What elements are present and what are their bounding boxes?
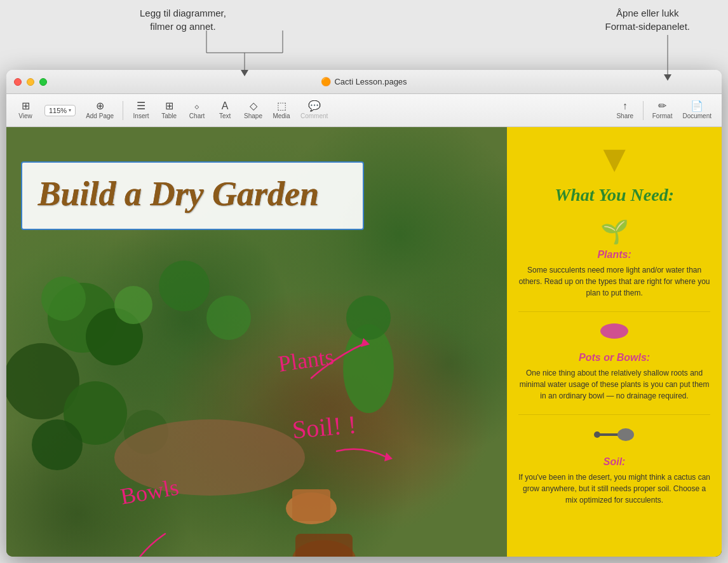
panel-section-plants: 🌱 Plants: Some succulents need more ligh… <box>518 219 710 299</box>
insert-button[interactable]: ☰ Insert <box>127 98 155 122</box>
annotation-right-line1: Åpne eller lukk <box>616 8 678 18</box>
add-page-button[interactable]: ⊕ Add Page <box>81 98 119 122</box>
panel-section-bowls: Pots or Bowls: One nice thing about the … <box>518 322 710 402</box>
plants-body: Some succulents need more light and/or w… <box>518 264 710 299</box>
titlebar: 🟠 Cacti Lesson.pages <box>6 70 722 94</box>
title-text: Build a Dry Garden <box>38 175 347 213</box>
format-label: Format <box>652 112 673 119</box>
soil-body: If you've been in the desert, you might … <box>518 471 710 506</box>
file-icon: 🟠 <box>321 77 331 86</box>
share-icon: ↑ <box>623 101 628 111</box>
chart-label: Chart <box>189 112 205 119</box>
panel-arrow-icon: ▼ <box>518 140 710 178</box>
soil-title: Soil: <box>518 456 710 468</box>
zoom-value: 115% <box>49 107 67 114</box>
insert-icon: ☰ <box>137 101 145 111</box>
annotation-left: Legg til diagrammer, filmer og annet. <box>140 6 226 33</box>
document-icon: 📄 <box>691 101 703 111</box>
text-button[interactable]: A Text <box>211 98 239 122</box>
plants-title: Plants: <box>518 249 710 261</box>
view-icon: ⊞ <box>22 101 30 111</box>
document-canvas: Build a Dry Garden Plants Soil! Bowls <box>6 127 722 557</box>
annotation-left-line1: Legg til diagrammer, <box>140 8 226 18</box>
close-button[interactable] <box>14 78 22 86</box>
maximize-button[interactable] <box>39 78 47 86</box>
zoom-chevron-icon: ▾ <box>69 107 71 113</box>
add-page-label: Add Page <box>86 112 114 119</box>
panel-section-soil: Soil: If you've been in the desert, you … <box>518 424 710 506</box>
title-label: Cacti Lesson.pages <box>334 77 407 86</box>
info-panel: ▼ What You Need: 🌱 Plants: Some succulen… <box>507 127 722 557</box>
comment-label: Comment <box>300 112 328 119</box>
shape-label: Shape <box>244 112 262 119</box>
document-button[interactable]: 📄 Document <box>677 98 717 122</box>
shape-button[interactable]: ◇ Shape <box>239 98 267 122</box>
bowls-title: Pots or Bowls: <box>518 352 710 363</box>
toolbar-sep-1 <box>123 101 123 120</box>
media-button[interactable]: ⬚ Media <box>267 98 295 122</box>
share-button[interactable]: ↑ Share <box>611 98 639 122</box>
plant-icon: 🌱 <box>518 219 710 245</box>
title-card[interactable]: Build a Dry Garden <box>21 161 364 230</box>
traffic-lights <box>14 78 47 86</box>
media-icon: ⬚ <box>277 101 286 111</box>
window-title: 🟠 Cacti Lesson.pages <box>321 77 407 86</box>
svg-point-29 <box>617 428 634 441</box>
zoom-control[interactable]: 115% ▾ <box>39 102 81 119</box>
toolbar-sep-2 <box>643 101 644 120</box>
format-icon: ✏ <box>658 101 666 111</box>
shovel-icon <box>518 424 710 452</box>
shape-icon: ◇ <box>250 101 257 111</box>
chart-button[interactable]: ⬦ Chart <box>183 98 211 122</box>
divider-1 <box>518 311 710 312</box>
table-label: Table <box>161 112 177 119</box>
format-button[interactable]: ✏ Format <box>647 98 678 122</box>
panel-heading: What You Need: <box>518 184 710 206</box>
toolbar: ⊞ View 115% ▾ ⊕ Add Page ☰ Insert ⊞ Tabl… <box>6 94 722 127</box>
bowls-body: One nice thing about the relatively shal… <box>518 367 710 402</box>
add-page-icon: ⊕ <box>96 101 104 111</box>
minimize-button[interactable] <box>27 78 34 86</box>
text-label: Text <box>219 112 231 119</box>
chart-icon: ⬦ <box>194 101 200 111</box>
comment-icon: 💬 <box>308 101 321 111</box>
divider-2 <box>518 414 710 415</box>
annotation-right-line2: Format-sidepanelet. <box>605 21 690 32</box>
insert-label: Insert <box>133 112 149 119</box>
media-label: Media <box>273 112 290 119</box>
view-label: View <box>18 112 32 119</box>
svg-point-30 <box>594 431 600 438</box>
document-content[interactable]: Build a Dry Garden Plants Soil! Bowls <box>6 127 722 557</box>
annotation-left-line2: filmer og annet. <box>150 21 215 32</box>
share-label: Share <box>616 112 633 119</box>
annotation-right: Åpne eller lukk Format-sidepanelet. <box>605 6 690 33</box>
text-icon: A <box>222 101 229 111</box>
app-window: 🟠 Cacti Lesson.pages ⊞ View 115% ▾ ⊕ Add… <box>6 70 722 557</box>
comment-button[interactable]: 💬 Comment <box>295 98 333 122</box>
bowl-icon <box>518 322 710 348</box>
document-label: Document <box>682 112 711 119</box>
table-icon: ⊞ <box>165 101 173 111</box>
zoom-display[interactable]: 115% ▾ <box>44 105 76 116</box>
view-button[interactable]: ⊞ View <box>11 98 39 122</box>
table-button[interactable]: ⊞ Table <box>155 98 183 122</box>
